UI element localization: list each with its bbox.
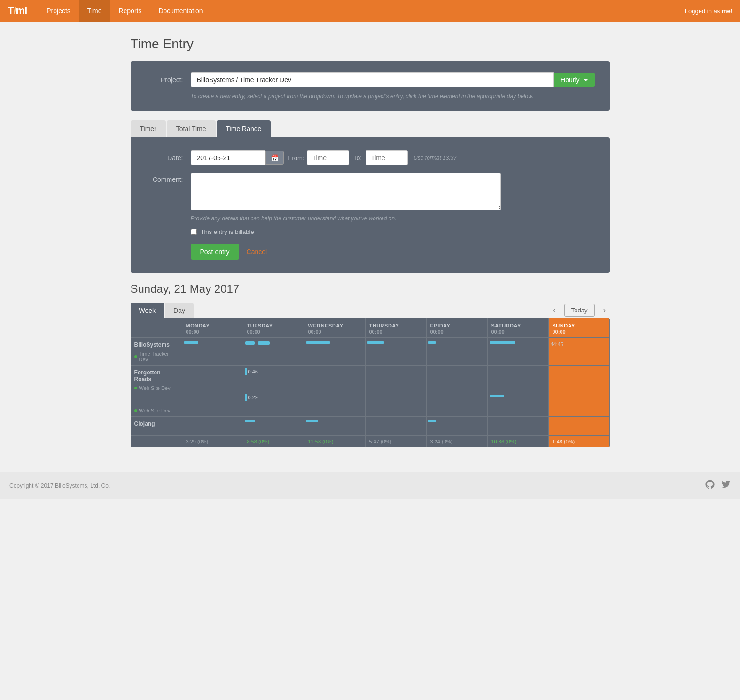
cal-cell-billo-sat[interactable] (488, 338, 549, 366)
cal-cell-forg-tue-2[interactable]: 0:29 (243, 391, 304, 417)
cal-cell-forg-sun-2[interactable] (549, 391, 610, 417)
next-arrow[interactable]: › (600, 303, 610, 317)
task-dot-icon (134, 409, 137, 412)
to-input[interactable] (366, 150, 408, 165)
time-bar[interactable] (245, 341, 255, 345)
cal-cell-forg-tue-1[interactable]: 0:46 (243, 366, 304, 391)
calendar-nav-controls: ‹ Today › (549, 303, 610, 318)
today-button[interactable]: Today (564, 304, 595, 317)
twitter-icon[interactable] (721, 480, 731, 491)
nav-time[interactable]: Time (79, 0, 110, 22)
cal-label-forgotten: Forgotten Roads Web Site Dev Web Site De… (131, 366, 182, 417)
comment-hint: Provide any details that can help the cu… (191, 215, 595, 222)
project-name-clojang: Clojang (131, 417, 182, 429)
task-entry-029[interactable]: 0:29 (245, 394, 302, 401)
prev-arrow[interactable]: ‹ (549, 303, 560, 317)
cal-cell-forg-wed-1[interactable] (304, 366, 366, 391)
dropdown-caret-icon (584, 79, 588, 81)
task-dot-icon (134, 387, 137, 389)
time-range-card: Date: 📅 From: To: Use format 13:37 Comme… (131, 137, 610, 273)
calendar-card: MONDAY 00:00 TUESDAY 00:00 WEDNESDAY 00:… (131, 318, 610, 447)
logo[interactable]: T/mi (8, 5, 27, 17)
comment-row: Comment: (146, 173, 595, 210)
tab-timer[interactable]: Timer (131, 120, 166, 137)
project-hint: To create a new entry, select a project … (191, 93, 595, 100)
cal-cell-cloj-sun[interactable] (549, 417, 610, 436)
cal-cell-billo-sun[interactable]: 44:45 (549, 338, 610, 366)
cal-total-wed: 11:58 (0%) (304, 436, 366, 447)
cal-total-thu: 5:47 (0%) (366, 436, 427, 447)
time-bar[interactable] (367, 341, 384, 344)
cal-cell-forg-mon-1[interactable] (182, 366, 243, 391)
cal-header-sat: SATURDAY 00:00 (488, 318, 549, 338)
page-title: Time Entry (131, 37, 610, 52)
cal-cell-forg-thu-1[interactable] (366, 366, 427, 391)
project-card: Project: Hourly To create a new entry, s… (131, 61, 610, 111)
project-input[interactable] (191, 72, 554, 87)
task-entry-046[interactable]: 0:46 (245, 368, 302, 375)
username[interactable]: me! (722, 8, 732, 15)
billable-checkbox[interactable] (191, 229, 197, 235)
time-bar[interactable] (258, 341, 270, 345)
nav-reports[interactable]: Reports (110, 0, 150, 22)
time-bar[interactable] (306, 341, 330, 344)
project-name-billo: BilloSystems (131, 338, 182, 350)
cal-cell-forg-sun-1[interactable] (549, 366, 610, 391)
cal-cell-cloj-wed[interactable] (304, 417, 366, 436)
cal-cell-forg-fri-1[interactable] (427, 366, 488, 391)
cal-header-fri: FRIDAY 00:00 (427, 318, 488, 338)
time-bar-thin (245, 420, 255, 422)
cal-cell-cloj-fri[interactable] (427, 417, 488, 436)
tab-total-time[interactable]: Total Time (167, 120, 216, 137)
tab-week[interactable]: Week (131, 303, 164, 318)
cal-cell-billo-wed[interactable] (304, 338, 366, 366)
from-input[interactable] (307, 150, 349, 165)
date-input[interactable] (191, 150, 266, 165)
cal-cell-cloj-thu[interactable] (366, 417, 427, 436)
cal-header-sun: SUNDAY 00:00 (549, 318, 610, 338)
cal-cell-forg-sat-2[interactable] (488, 391, 549, 417)
tab-day[interactable]: Day (165, 303, 194, 318)
entry-bar-icon (245, 394, 247, 401)
time-bar[interactable] (184, 341, 198, 344)
cal-total-mon: 3:29 (0%) (182, 436, 243, 447)
cal-cell-forg-wed-2[interactable] (304, 391, 366, 417)
week-tabs-row: Week Day ‹ Today › (131, 303, 610, 318)
cal-cell-forg-fri-2[interactable] (427, 391, 488, 417)
cal-cell-cloj-mon[interactable] (182, 417, 243, 436)
comment-label: Comment: (146, 173, 183, 183)
calendar-date-heading: Sunday, 21 May 2017 (131, 282, 610, 296)
comment-textarea[interactable] (191, 173, 501, 210)
cal-cell-billo-tue[interactable] (243, 338, 304, 366)
tab-time-range[interactable]: Time Range (217, 120, 271, 137)
project-row: Project: Hourly (146, 72, 595, 87)
hourly-button[interactable]: Hourly (554, 73, 594, 87)
cal-cell-forg-thu-2[interactable] (366, 391, 427, 417)
main-content: Time Entry Project: Hourly To create a n… (121, 22, 619, 472)
cal-cell-cloj-sat[interactable] (488, 417, 549, 436)
cal-cell-billo-thu[interactable] (366, 338, 427, 366)
cal-cell-forg-sat-1[interactable] (488, 366, 549, 391)
nav-documentation[interactable]: Documentation (150, 0, 211, 22)
date-row: Date: 📅 From: To: Use format 13:37 (146, 150, 595, 165)
entry-bar-icon (245, 368, 247, 375)
from-to-wrapper: From: To: Use format 13:37 (288, 150, 457, 165)
week-tabs-left: Week Day (131, 303, 195, 318)
calendar-icon[interactable]: 📅 (265, 151, 284, 165)
form-actions: Post entry Cancel (191, 244, 595, 260)
cal-cell-cloj-tue[interactable] (243, 417, 304, 436)
nav-projects[interactable]: Projects (38, 0, 79, 22)
time-bar[interactable] (490, 341, 515, 344)
cal-cell-billo-mon[interactable] (182, 338, 243, 366)
calendar-grid: MONDAY 00:00 TUESDAY 00:00 WEDNESDAY 00:… (131, 318, 610, 447)
github-icon[interactable] (705, 480, 715, 491)
cal-cell-billo-fri[interactable] (427, 338, 488, 366)
time-bar[interactable] (428, 341, 436, 344)
billable-label: This entry is billable (201, 228, 254, 235)
post-entry-button[interactable]: Post entry (191, 244, 239, 260)
navbar: T/mi Projects Time Reports Documentation… (0, 0, 740, 22)
cancel-link[interactable]: Cancel (247, 248, 267, 256)
format-hint: Use format 13:37 (413, 155, 457, 161)
to-separator: To: (353, 154, 362, 162)
cal-cell-forg-mon-2[interactable] (182, 391, 243, 417)
